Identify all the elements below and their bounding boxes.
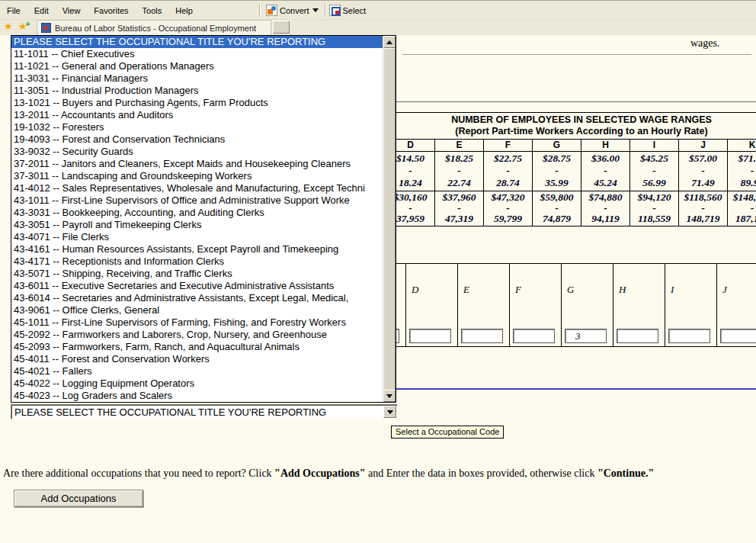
- occupation-option[interactable]: 33-9032 -- Security Guards: [11, 146, 383, 158]
- wage-range-low: $45.25: [630, 153, 678, 165]
- menu-item-file[interactable]: File: [0, 1, 27, 19]
- footer-part2: and Enter the data in boxes provided, ot…: [366, 467, 597, 479]
- wage-table-title-line1: NUMBER OF EMPLOYEES IN SELECTED WAGE RAN…: [386, 114, 756, 126]
- wage-column-letter: F: [484, 140, 533, 151]
- occupation-option[interactable]: 13-2011 -- Accountants and Auditors: [11, 109, 383, 121]
- employee-count-input[interactable]: [461, 329, 503, 343]
- menu-item-view[interactable]: View: [56, 1, 88, 19]
- occupation-option[interactable]: 45-2092 -- Farmworkers and Laborers, Cro…: [11, 329, 383, 341]
- tab-title: Bureau of Labor Statistics - Occupationa…: [55, 24, 256, 33]
- menu-item-edit[interactable]: Edit: [27, 1, 56, 19]
- occupation-option[interactable]: 41-4012 -- Sales Representatives, Wholes…: [11, 182, 383, 194]
- occupation-option[interactable]: 19-1032 -- Foresters: [11, 121, 383, 133]
- menu-item-tools[interactable]: Tools: [136, 1, 169, 19]
- wage-range-dash: -: [679, 203, 727, 214]
- employee-count-input[interactable]: [513, 329, 555, 343]
- wage-range-dash: -: [533, 165, 581, 177]
- browser-tab[interactable]: Bureau of Labor Statistics - Occupationa…: [37, 20, 271, 35]
- occupation-option[interactable]: 11-3051 -- Industrial Production Manager…: [11, 85, 383, 97]
- menu-item-help[interactable]: Help: [168, 1, 200, 19]
- entry-column-letter: F: [515, 284, 561, 295]
- wage-column-letter: G: [533, 140, 581, 151]
- horizontal-divider: [402, 54, 751, 56]
- wage-column-letter: I: [630, 140, 679, 151]
- wage-range-cell: $28.75-35.99: [533, 152, 581, 191]
- convert-icon: [266, 5, 277, 16]
- add-favorite-icon[interactable]: ★+: [18, 20, 27, 34]
- add-occupations-button[interactable]: Add Occupations: [14, 490, 143, 507]
- wage-table-annual-row: $30,160-37,959$37,960-47,319$47,320-59,7…: [386, 191, 756, 226]
- entry-cell: H: [613, 264, 665, 346]
- favorites-star-icon[interactable]: ★: [4, 20, 13, 34]
- occupation-option[interactable]: 45-1011 -- First-Line Supervisors of Far…: [11, 316, 383, 329]
- occupation-option[interactable]: 43-4161 -- Human Resources Assistants, E…: [11, 243, 383, 255]
- wage-range-dash: -: [728, 165, 756, 177]
- occupation-option[interactable]: 45-2093 -- Farmworkers, Farm, Ranch, and…: [11, 341, 383, 353]
- wage-range-high: 187,199: [728, 214, 756, 224]
- occupation-option[interactable]: 37-3011 -- Landscaping and Groundskeepin…: [11, 170, 383, 182]
- wage-range-low: $22.75: [484, 153, 532, 165]
- menu-bar: FileEditViewFavoritesToolsHelp Convert S…: [0, 0, 756, 20]
- blue-divider: [396, 388, 756, 390]
- occupation-option[interactable]: 11-3031 -- Financial Managers: [11, 72, 383, 85]
- entry-cell: E: [458, 264, 510, 346]
- wage-range-dash: -: [435, 165, 483, 177]
- wage-range-high: 56.99: [630, 177, 678, 189]
- scroll-down-button[interactable]: [383, 390, 396, 402]
- wage-range-dash: -: [581, 165, 629, 177]
- occupation-option[interactable]: 43-3031 -- Bookkeeping, Accounting, and …: [11, 207, 383, 219]
- occupation-option[interactable]: PLEASE SELECT THE OCCUPATIONAL TITLE YOU…: [11, 36, 383, 48]
- employee-count-input[interactable]: [720, 329, 756, 343]
- wage-range-low: $59,800: [533, 192, 581, 203]
- listbox-scrollbar[interactable]: [383, 36, 396, 402]
- occupation-option[interactable]: 45-4023 -- Log Graders and Scalers: [11, 390, 383, 402]
- occupation-option[interactable]: 43-1011 -- First-Line Supervisors of Off…: [11, 194, 383, 207]
- occupation-option[interactable]: 45-4022 -- Logging Equipment Operators: [11, 378, 383, 390]
- menu-item-favorites[interactable]: Favorites: [87, 1, 135, 19]
- occupation-option[interactable]: 43-4171 -- Receptionists and Information…: [11, 255, 383, 268]
- tooltip: Select a Occupational Code: [391, 426, 504, 439]
- wage-range-dash: -: [630, 203, 678, 214]
- wage-range-high: 94,119: [581, 214, 629, 224]
- menu-bar-items: FileEditViewFavoritesToolsHelp: [0, 1, 756, 19]
- occupation-option[interactable]: 19-4093 -- Forest and Conservation Techn…: [11, 133, 383, 146]
- occupation-select[interactable]: PLEASE SELECT THE OCCUPATIONAL TITLE YOU…: [11, 404, 398, 419]
- wage-column-letter: K: [728, 140, 756, 151]
- employee-count-input[interactable]: [565, 329, 607, 343]
- occupation-option[interactable]: 37-2011 -- Janitors and Cleaners, Except…: [11, 158, 383, 170]
- select-button[interactable]: Select: [343, 6, 367, 15]
- employee-count-input[interactable]: [409, 329, 451, 343]
- wage-range-low: $118,560: [679, 192, 727, 203]
- occupation-option[interactable]: 43-3051 -- Payroll and Timekeeping Clerk…: [11, 219, 383, 231]
- occupation-option[interactable]: 11-1021 -- General and Operations Manage…: [11, 60, 383, 72]
- occupation-option[interactable]: 11-1011 -- Chief Executives: [11, 48, 383, 60]
- wage-range-high: 148,719: [679, 214, 727, 224]
- employee-count-input[interactable]: [617, 329, 658, 343]
- employee-count-input[interactable]: [668, 329, 710, 343]
- wage-range-low: $18.25: [435, 153, 483, 165]
- occupation-option[interactable]: 45-4011 -- Forest and Conservation Worke…: [11, 353, 383, 365]
- footer-instructions: Are there additional occupations that yo…: [3, 467, 654, 480]
- occupation-option[interactable]: 43-5071 -- Shipping, Receiving, and Traf…: [11, 268, 383, 280]
- select-dropdown-button[interactable]: [383, 406, 396, 418]
- occupation-option[interactable]: 43-6011 -- Executive Secretaries and Exe…: [11, 280, 383, 292]
- scroll-up-button[interactable]: [383, 36, 396, 48]
- arrow-up-icon: [386, 40, 392, 44]
- entry-column-letter: I: [671, 284, 716, 295]
- occupation-option[interactable]: 13-1021 -- Buyers and Purchasing Agents,…: [11, 97, 383, 109]
- wage-range-high: 22.74: [435, 177, 483, 189]
- occupation-option[interactable]: 43-4071 -- File Clerks: [11, 231, 383, 243]
- convert-dropdown-arrow[interactable]: [312, 8, 322, 12]
- wage-range-high: 35.99: [533, 177, 581, 189]
- wage-range-low: $71.50: [728, 153, 756, 165]
- wage-range-dash: -: [581, 203, 629, 214]
- entry-cell: F: [510, 264, 562, 346]
- tab-side-button[interactable]: [273, 21, 290, 34]
- occupation-listbox[interactable]: PLEASE SELECT THE OCCUPATIONAL TITLE YOU…: [11, 35, 396, 403]
- occupation-option[interactable]: 43-6014 -- Secretaries and Administrativ…: [11, 292, 383, 304]
- wage-range-cell: $59,800-74,879: [533, 191, 581, 226]
- convert-button[interactable]: Convert: [280, 6, 309, 15]
- occupation-option[interactable]: 45-4021 -- Fallers: [11, 365, 383, 378]
- scrollbar-thumb[interactable]: [383, 48, 396, 391]
- occupation-option[interactable]: 43-9061 -- Office Clerks, General: [11, 304, 383, 316]
